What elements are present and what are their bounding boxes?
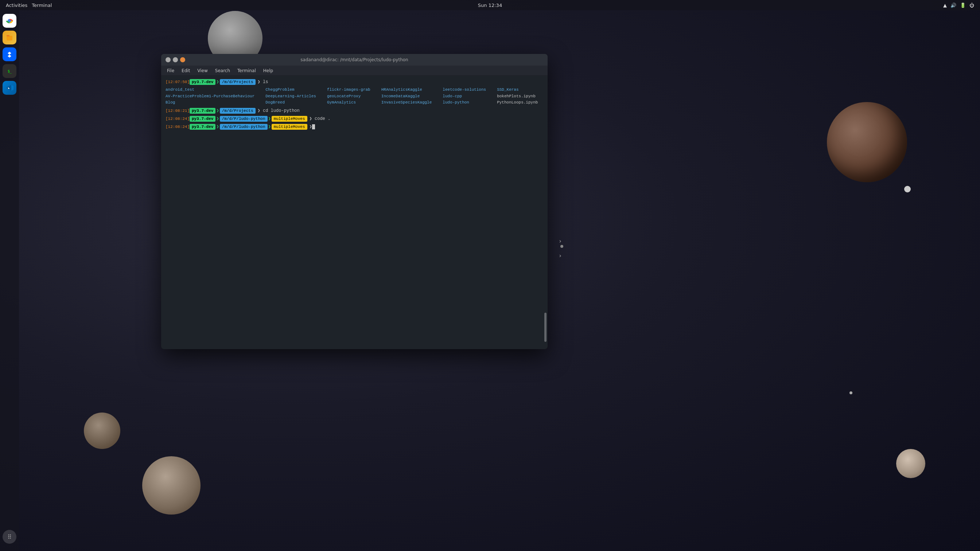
application-dock: $_ ⠿: [0, 10, 19, 551]
dock-chrome[interactable]: [3, 14, 16, 28]
mars-planet: [827, 102, 907, 182]
ls-dir-2: CheggProblem: [266, 87, 327, 93]
ls-dir-16: ludo-python: [442, 100, 497, 106]
arrow-3b: ❯: [268, 116, 271, 122]
ls-file-4: PythonLoops.ipynb: [497, 100, 547, 106]
ls-dir-8: DeepLearning-Articles: [266, 93, 327, 100]
arrow-2: ❯: [216, 108, 219, 114]
terminal-titlebar: sadanand@dirac: /mnt/data/Projects/ludo-…: [161, 54, 547, 65]
ls-dir-6: SSD_Keras: [497, 87, 547, 93]
command-line-3: [12:08:24] py3.7-dev ❯ /m/d/P/ludo-pytho…: [165, 116, 543, 122]
window-controls: [165, 57, 185, 62]
cmd-4: ❯: [310, 124, 312, 130]
ls-dir-12: Blog: [165, 100, 266, 106]
ls-dir-13: DogBreed: [266, 100, 327, 106]
clock-display: Sun 12:34: [478, 3, 502, 8]
svg-rect-2: [6, 35, 10, 37]
cmd-3: ❯ code .: [310, 116, 331, 122]
terminal-content[interactable]: [12:07:50] py3.7-dev ❯ /m/d/Projects ❯ l…: [161, 76, 547, 349]
dock-vscode[interactable]: [3, 81, 16, 95]
timestamp-4: [12:08:24]: [165, 124, 189, 130]
menu-help[interactable]: Help: [260, 67, 276, 74]
env-badge-4: py3.7-dev: [189, 124, 215, 130]
menu-edit[interactable]: Edit: [179, 67, 193, 74]
sub-path-3: multipleMoves: [272, 116, 307, 122]
path-3: /m/d/P/ludo-python: [220, 116, 267, 122]
ls-dir-14: GymAnalytics: [327, 100, 381, 106]
power-icon[interactable]: ⏻: [969, 3, 974, 8]
ls-dir-9: geoLocateProxy: [327, 93, 381, 100]
small-planet-3: [896, 449, 925, 478]
ls-dir-7: AV-PracticeProblem1-PurchaseBehaviour: [165, 93, 266, 100]
sub-path-4: multipleMoves: [272, 124, 307, 130]
ls-row-2: AV-PracticeProblem1-PurchaseBehaviour De…: [165, 93, 547, 100]
arrow-4b: ❯: [268, 124, 271, 130]
menu-terminal[interactable]: Terminal: [234, 67, 259, 74]
system-bar: Activities Terminal Sun 12:34 ▲ 🔊 🔋 ⏻: [0, 0, 980, 10]
small-planet-1: [84, 413, 120, 449]
prompt-4: [12:08:24] py3.7-dev ❯ /m/d/P/ludo-pytho…: [165, 124, 543, 130]
dock-dropbox[interactable]: [3, 48, 16, 61]
terminal-menubar: File Edit View Search Terminal Help: [161, 65, 547, 76]
small-planet-2: [142, 456, 200, 514]
env-badge-1: py3.7-dev: [189, 79, 215, 85]
minimize-button[interactable]: [165, 57, 170, 62]
sidebar-indicator: [560, 245, 563, 248]
ls-dir-4: HRAnalyticsKaggle: [381, 87, 443, 93]
active-app-name: Terminal: [32, 3, 52, 8]
svg-marker-3: [8, 52, 11, 57]
prompt-3: [12:08:24] py3.7-dev ❯ /m/d/P/ludo-pytho…: [165, 116, 543, 122]
path-1: /m/d/Projects: [220, 79, 256, 85]
timestamp-3: [12:08:24]: [165, 116, 189, 122]
sidebar-collapse-arrow-2[interactable]: ›: [559, 252, 562, 259]
terminal-title: sadanand@dirac: /mnt/data/Projects/ludo-…: [301, 57, 408, 62]
terminal-window: sadanand@dirac: /mnt/data/Projects/ludo-…: [161, 54, 547, 349]
ls-dir-15: InvasiveSpeciesKaggle: [381, 100, 443, 106]
menu-file[interactable]: File: [164, 67, 177, 74]
command-line-2: [12:08:21] py3.7-dev ❯ /m/d/Projects ❯ c…: [165, 108, 543, 114]
space-dot-1: [904, 186, 911, 192]
arrow-1: ❯: [216, 79, 219, 85]
close-button[interactable]: [180, 57, 185, 62]
space-dot-2: [850, 391, 853, 394]
menu-search[interactable]: Search: [212, 67, 233, 74]
menu-view[interactable]: View: [194, 67, 210, 74]
path-2: /m/d/Projects: [220, 108, 256, 114]
timestamp-1: [12:07:50]: [165, 79, 189, 85]
prompt-1: [12:07:50] py3.7-dev ❯ /m/d/Projects ❯ l…: [165, 79, 543, 85]
cmd-2: ❯ cd ludo-python: [258, 108, 300, 114]
activities-button[interactable]: Activities: [6, 3, 27, 8]
timestamp-2: [12:08:21]: [165, 108, 189, 114]
env-badge-3: py3.7-dev: [189, 116, 215, 122]
ls-output: android_test CheggProblem flickr-images-…: [165, 87, 543, 106]
scrollbar-thumb[interactable]: [544, 313, 547, 342]
command-line-1: [12:07:50] py3.7-dev ❯ /m/d/Projects ❯ l…: [165, 79, 543, 85]
system-bar-left: Activities Terminal: [6, 3, 52, 8]
env-badge-2: py3.7-dev: [189, 108, 215, 114]
dock-terminal[interactable]: $_: [3, 64, 16, 78]
dock-files[interactable]: [3, 30, 16, 44]
network-icon[interactable]: ▲: [943, 3, 947, 8]
battery-icon[interactable]: 🔋: [960, 3, 966, 8]
ls-file-2: bokehPlots.ipynb: [497, 93, 547, 100]
ls-dir-5: leetcode-solutions: [442, 87, 497, 93]
sidebar-collapse-arrow-1[interactable]: ›: [559, 238, 562, 245]
ls-dir-10: IncomeDataKaggle: [381, 93, 443, 100]
terminal-scrollbar[interactable]: [544, 76, 547, 349]
prompt-2: [12:08:21] py3.7-dev ❯ /m/d/Projects ❯ c…: [165, 108, 543, 114]
path-4: /m/d/P/ludo-python: [220, 124, 267, 130]
dock-apps-grid[interactable]: ⠿: [3, 530, 16, 544]
cursor: [312, 124, 315, 129]
system-tray: ▲ 🔊 🔋 ⏻: [943, 3, 974, 8]
ls-dir-3: flickr-images-grab: [327, 87, 381, 93]
system-clock: Sun 12:34: [478, 3, 502, 8]
cmd-1: ❯ ls: [258, 79, 268, 85]
ls-row-3: Blog DogBreed GymAnalytics InvasiveSpeci…: [165, 100, 547, 106]
command-line-4: [12:08:24] py3.7-dev ❯ /m/d/P/ludo-pytho…: [165, 124, 543, 130]
ls-dir-1: android_test: [165, 87, 266, 93]
maximize-button[interactable]: [173, 57, 178, 62]
volume-icon[interactable]: 🔊: [950, 3, 956, 8]
ls-row-1: android_test CheggProblem flickr-images-…: [165, 87, 547, 93]
arrow-4: ❯: [216, 124, 219, 130]
ls-dir-11: ludo-cpp: [442, 93, 497, 100]
